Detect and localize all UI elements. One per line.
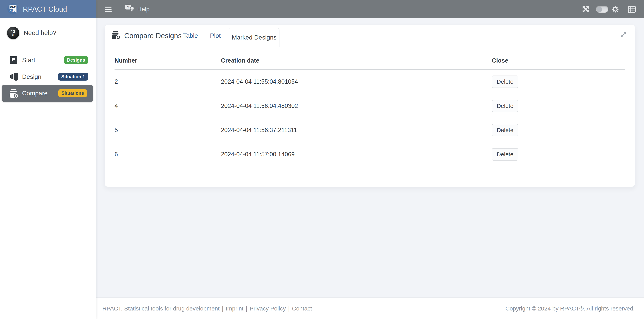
need-help-label: Need help?: [24, 29, 56, 37]
footer: RPACT. Statistical tools for drug develo…: [96, 298, 644, 319]
situation-badge: Situation 1: [58, 73, 88, 81]
hamburger-menu-icon[interactable]: [105, 6, 112, 12]
topbar-actions: [582, 5, 644, 13]
footer-tagline: RPACT. Statistical tools for drug develo…: [102, 305, 220, 312]
logo-text-cloud: Cloud: [10, 10, 17, 13]
sun-icon[interactable]: [612, 5, 619, 13]
privacy-policy-link[interactable]: Privacy Policy: [250, 305, 286, 312]
logo-text-pact: PACT: [10, 5, 18, 9]
sidebar-item-design[interactable]: Design Situation 1: [2, 68, 93, 85]
situations-badge: Situations: [58, 89, 87, 97]
grid-apps-icon[interactable]: [628, 6, 636, 13]
tab-plot[interactable]: Plot: [206, 25, 224, 47]
help-menu-item[interactable]: ? Help: [125, 5, 150, 14]
cell-creation-date: 2024-04-04 11:57:00.14069: [221, 151, 492, 158]
compare-icon: [10, 89, 20, 98]
card-header: Compare Designs Table Plot Marked Design…: [105, 25, 635, 47]
cell-number: 5: [114, 127, 221, 134]
delete-button[interactable]: Delete: [492, 75, 518, 88]
footer-separator: |: [222, 305, 224, 312]
compare-designs-card: Compare Designs Table Plot Marked Design…: [105, 24, 635, 187]
maximize-card-icon[interactable]: [620, 31, 627, 39]
table-row: 4 2024-04-04 11:56:04.480302 Delete: [114, 94, 625, 118]
expand-arrows-icon[interactable]: [582, 5, 589, 13]
cell-number: 2: [114, 78, 221, 85]
table-row: 2 2024-04-04 11:55:04.801054 Delete: [114, 70, 625, 94]
question-circle-icon: ?: [7, 27, 20, 39]
brand[interactable]: PACT Cloud RPACT Cloud: [0, 0, 96, 18]
delete-button[interactable]: Delete: [492, 124, 518, 136]
sidebar: PACT Cloud RPACT Cloud ? Need help? Star…: [0, 0, 96, 319]
theme-toggle-switch[interactable]: [596, 6, 608, 12]
card-title-text: Compare Designs: [124, 32, 182, 40]
designs-badge: Designs: [64, 56, 88, 64]
app-logo-icon: PACT Cloud: [7, 3, 18, 15]
rpact-cloud-app: PACT Cloud RPACT Cloud ? Need help? Star…: [0, 0, 644, 319]
delete-button[interactable]: Delete: [492, 100, 518, 112]
sidebar-item-label: Start: [22, 56, 35, 64]
cell-number: 4: [114, 102, 221, 109]
marked-designs-table: Number Creation date Close 2 2024-04-04 …: [105, 47, 635, 166]
help-bubbles-icon: ?: [125, 5, 134, 14]
delete-button[interactable]: Delete: [492, 148, 518, 161]
svg-text:?: ?: [127, 5, 129, 9]
copyright-text: Copyright © 2024 by RPACT®. All rights r…: [506, 305, 635, 312]
column-header-close: Close: [492, 57, 625, 64]
cell-number: 6: [114, 151, 221, 158]
toggle-knob: [596, 6, 602, 12]
imprint-link[interactable]: Imprint: [226, 305, 244, 312]
start-icon: [10, 56, 20, 64]
table-row: 5 2024-04-04 11:56:37.211311 Delete: [114, 118, 625, 142]
column-header-creation-date: Creation date: [221, 57, 492, 64]
footer-separator: |: [246, 305, 247, 312]
app-title: RPACT Cloud: [23, 5, 67, 13]
tab-marked-designs[interactable]: Marked Designs: [229, 28, 280, 47]
sidebar-item-label: Compare: [22, 90, 48, 97]
sidebar-item-compare[interactable]: Compare Situations: [2, 85, 93, 102]
footer-separator: |: [288, 305, 290, 312]
contact-link[interactable]: Contact: [292, 305, 312, 312]
tab-table[interactable]: Table: [181, 25, 200, 47]
table-row: 6 2024-04-04 11:57:00.14069 Delete: [114, 142, 625, 166]
table-header-row: Number Creation date Close: [114, 47, 625, 70]
sidebar-item-start[interactable]: Start Designs: [2, 52, 93, 68]
cell-creation-date: 2024-04-04 11:56:37.211311: [221, 127, 492, 134]
design-icon: [10, 72, 20, 81]
need-help-link[interactable]: ? Need help?: [7, 27, 56, 39]
column-header-number: Number: [114, 57, 221, 64]
topbar: ? Help: [96, 0, 644, 18]
cell-creation-date: 2024-04-04 11:55:04.801054: [221, 78, 492, 85]
cell-creation-date: 2024-04-04 11:56:04.480302: [221, 102, 492, 109]
main-content: Compare Designs Table Plot Marked Design…: [96, 18, 644, 298]
card-title: Compare Designs: [112, 25, 182, 47]
help-label: Help: [137, 6, 150, 13]
sidebar-item-label: Design: [22, 73, 42, 80]
compare-designs-icon: [112, 30, 121, 41]
sidebar-divider: [2, 45, 94, 45]
